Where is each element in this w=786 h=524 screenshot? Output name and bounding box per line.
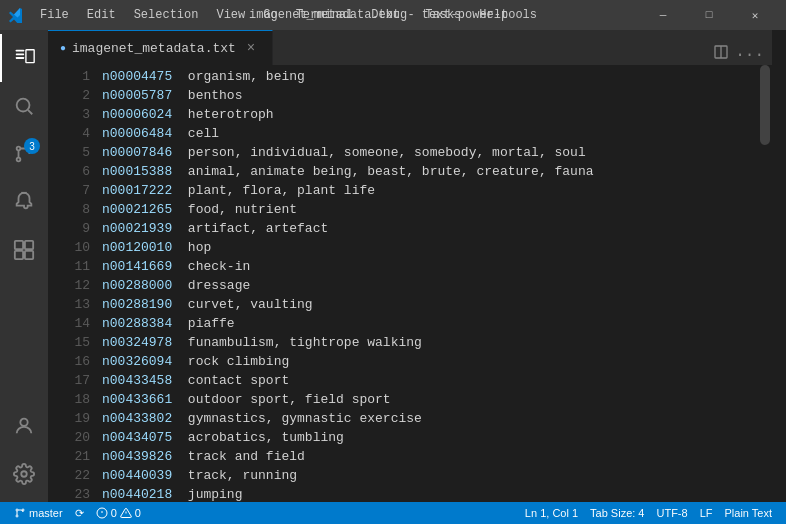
editor-content[interactable]: 123456789101112131415161718192021222324 … xyxy=(48,65,772,502)
status-position[interactable]: Ln 1, Col 1 xyxy=(519,502,584,524)
code-line: n00006024 heterotroph xyxy=(102,105,758,124)
activity-bar: 3 xyxy=(0,30,48,502)
source-control-badge: 3 xyxy=(24,138,40,154)
menu-selection[interactable]: Selection xyxy=(126,6,207,24)
code-line: n00005787 benthos xyxy=(102,86,758,105)
line-number: 18 xyxy=(48,390,90,409)
more-actions-icon[interactable]: ··· xyxy=(735,46,764,64)
activity-bar-bottom xyxy=(0,402,48,502)
code-line: n00326094 rock climbing xyxy=(102,352,758,371)
line-number: 4 xyxy=(48,124,90,143)
code-line: n00288000 dressage xyxy=(102,276,758,295)
close-button[interactable]: ✕ xyxy=(732,0,778,30)
line-number: 8 xyxy=(48,200,90,219)
branch-name: master xyxy=(29,507,63,519)
svg-point-14 xyxy=(20,419,27,426)
status-branch[interactable]: master xyxy=(8,502,69,524)
code-line: n00017222 plant, flora, plant life xyxy=(102,181,758,200)
status-sync[interactable]: ⟳ xyxy=(69,502,90,524)
code-line: n00440039 track, running xyxy=(102,466,758,485)
svg-rect-1 xyxy=(16,53,24,55)
maximize-button[interactable]: □ xyxy=(686,0,732,30)
line-numbers: 123456789101112131415161718192021222324 xyxy=(48,65,98,502)
code-line: n00021939 artifact, artefact xyxy=(102,219,758,238)
status-encoding[interactable]: UTF-8 xyxy=(650,502,693,524)
svg-rect-10 xyxy=(15,241,23,249)
status-line-ending[interactable]: LF xyxy=(694,502,719,524)
split-editor-icon[interactable] xyxy=(713,44,729,65)
error-count: 0 xyxy=(111,507,117,519)
status-tab-size[interactable]: Tab Size: 4 xyxy=(584,502,650,524)
line-number: 17 xyxy=(48,371,90,390)
warning-count: 0 xyxy=(135,507,141,519)
line-number: 16 xyxy=(48,352,90,371)
menu-file[interactable]: File xyxy=(32,6,77,24)
encoding-text: UTF-8 xyxy=(656,507,687,519)
code-line: n00007846 person, individual, someone, s… xyxy=(102,143,758,162)
code-line: n00433661 outdoor sport, field sport xyxy=(102,390,758,409)
activity-explorer[interactable] xyxy=(0,34,48,82)
line-number: 15 xyxy=(48,333,90,352)
language-text: Plain Text xyxy=(725,507,773,519)
status-errors[interactable]: 0 0 xyxy=(90,502,147,524)
scrollbar[interactable] xyxy=(758,65,772,502)
svg-rect-13 xyxy=(25,251,33,259)
line-number: 21 xyxy=(48,447,90,466)
code-line: n00141669 check-in xyxy=(102,257,758,276)
active-tab[interactable]: ● imagenet_metadata.txt × xyxy=(48,30,273,65)
code-line: n00434075 acrobatics, tumbling xyxy=(102,428,758,447)
title-bar-controls: — □ ✕ xyxy=(640,0,778,30)
svg-point-18 xyxy=(16,509,18,511)
svg-line-5 xyxy=(28,110,32,114)
line-number: 12 xyxy=(48,276,90,295)
activity-source-control[interactable]: 3 xyxy=(0,130,48,178)
line-number: 5 xyxy=(48,143,90,162)
line-number: 11 xyxy=(48,257,90,276)
line-ending-text: LF xyxy=(700,507,713,519)
activity-debug[interactable] xyxy=(0,178,48,226)
code-line: n00288384 piaffe xyxy=(102,314,758,333)
menu-edit[interactable]: Edit xyxy=(79,6,124,24)
svg-rect-0 xyxy=(16,50,24,52)
status-right: Ln 1, Col 1 Tab Size: 4 UTF-8 LF Plain T… xyxy=(519,502,778,524)
status-language[interactable]: Plain Text xyxy=(719,502,779,524)
scrollbar-thumb[interactable] xyxy=(760,65,770,145)
tab-size-text: Tab Size: 4 xyxy=(590,507,644,519)
tab-close-button[interactable]: × xyxy=(242,39,260,57)
code-line: n00433802 gymnastics, gymnastic exercise xyxy=(102,409,758,428)
minimap-panel xyxy=(772,30,786,502)
line-number: 22 xyxy=(48,466,90,485)
svg-point-15 xyxy=(21,471,27,477)
activity-settings[interactable] xyxy=(0,450,48,498)
line-number: 23 xyxy=(48,485,90,502)
tab-bar-actions: ··· xyxy=(705,44,772,65)
code-line: n00439826 track and field xyxy=(102,447,758,466)
line-number: 6 xyxy=(48,162,90,181)
editor-area: ● imagenet_metadata.txt × ··· 1234567891… xyxy=(48,30,772,502)
code-line: n00004475 organism, being xyxy=(102,67,758,86)
code-line: n00120010 hop xyxy=(102,238,758,257)
status-bar: master ⟳ 0 0 Ln 1, Col 1 Tab Size: 4 UTF… xyxy=(0,502,786,524)
svg-rect-12 xyxy=(15,251,23,259)
minimize-button[interactable]: — xyxy=(640,0,686,30)
tab-filename: imagenet_metadata.txt xyxy=(72,41,236,56)
activity-search[interactable] xyxy=(0,82,48,130)
code-line: n00021265 food, nutrient xyxy=(102,200,758,219)
line-number: 14 xyxy=(48,314,90,333)
svg-rect-11 xyxy=(25,241,33,249)
menu-view[interactable]: View xyxy=(208,6,253,24)
activity-account[interactable] xyxy=(0,402,48,450)
tab-bar: ● imagenet_metadata.txt × ··· xyxy=(48,30,772,65)
svg-point-19 xyxy=(16,515,18,517)
code-line: n00288190 curvet, vaulting xyxy=(102,295,758,314)
code-area[interactable]: n00004475 organism, beingn00005787 benth… xyxy=(98,65,758,502)
code-line: n00440218 jumping xyxy=(102,485,758,502)
position-text: Ln 1, Col 1 xyxy=(525,507,578,519)
line-number: 19 xyxy=(48,409,90,428)
title-bar: File Edit Selection View Go Terminal Deb… xyxy=(0,0,786,30)
line-number: 13 xyxy=(48,295,90,314)
main-layout: 3 ● imagenet_metadata.txt × xyxy=(0,30,786,502)
activity-extensions[interactable] xyxy=(0,226,48,274)
svg-point-8 xyxy=(17,158,21,162)
code-line: n00006484 cell xyxy=(102,124,758,143)
